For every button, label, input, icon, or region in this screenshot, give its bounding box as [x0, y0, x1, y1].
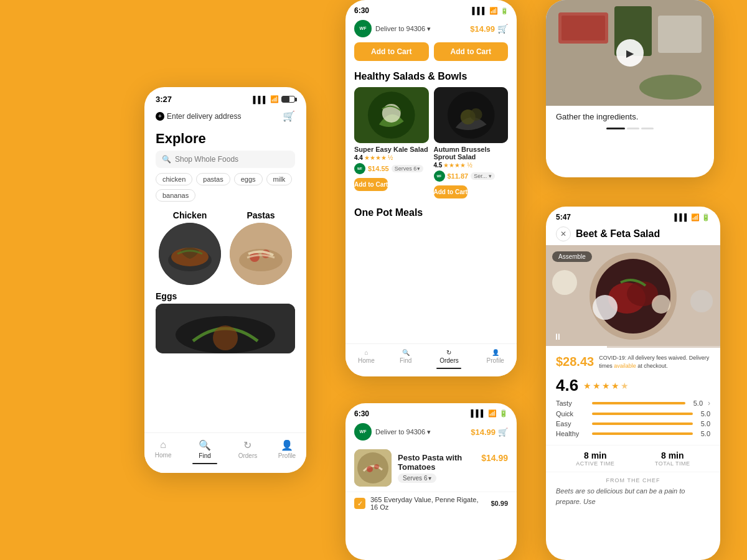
beet-price-row: $28.43 COVID-19: All delivery fees waive… [546, 348, 720, 373]
explore-tags: chicken pastas eggs milk bananas [144, 173, 306, 208]
active-indicator [192, 463, 217, 464]
tag-milk[interactable]: milk [266, 173, 293, 185]
cart-icon[interactable]: 🛒 [283, 110, 295, 122]
tag-eggs[interactable]: eggs [234, 173, 263, 185]
salads-time: 6:30 [354, 6, 369, 15]
tag-bananas[interactable]: bananas [156, 189, 195, 202]
search-icon: 🔍 [162, 155, 171, 164]
tag-chicken[interactable]: chicken [156, 173, 192, 185]
category-chicken[interactable]: Chicken [156, 210, 224, 285]
add-to-cart-button-2[interactable]: Add to Cart [434, 42, 509, 61]
svg-point-25 [367, 466, 373, 472]
active-time-value: 8 min [576, 450, 614, 460]
kale-serves: Serves 6 ▾ [392, 165, 424, 172]
search-input[interactable] [175, 155, 289, 164]
whole-foods-logo: WF [354, 20, 372, 37]
explore-title: Explore [144, 126, 306, 151]
wf-delivery-info[interactable]: WF Deliver to 94306 ▾ [354, 20, 431, 37]
healthy-row: Healthy 5.0 [556, 430, 710, 437]
salads-nav-find[interactable]: 🔍 Find [400, 349, 411, 369]
chicken-label: Chicken [156, 210, 224, 220]
healthy-label: Healthy [556, 430, 587, 437]
recipe-video: ▶ [546, 0, 714, 106]
add-to-cart-button-1[interactable]: Add to Cart [354, 42, 429, 61]
pasta-cart-price[interactable]: $14.99 🛒 [471, 427, 508, 437]
orders-icon: ↻ [243, 439, 251, 451]
brussels-stars: 4.5 ★★★★½ [434, 162, 509, 169]
tasty-value: 5.0 [690, 399, 703, 407]
salads-nav-home[interactable]: ⌂ Home [358, 349, 375, 369]
nav-find-label: Find [400, 357, 411, 364]
beet-status-icons: ▌▌▌ 📶 🔋 [675, 213, 710, 222]
explore-time: 3:27 [156, 95, 172, 104]
nav-profile[interactable]: 👤 Profile [278, 439, 296, 464]
recipe-description: Gather the ingredients. [546, 106, 714, 128]
svg-point-26 [374, 464, 379, 469]
pasta-wf-header: WF Deliver to 94306 ▾ $14.99 🛒 [345, 421, 517, 446]
salads-screen: 6:30 ▌▌▌📶 🔋 WF Deliver to 94306 ▾ $14.99… [345, 0, 517, 376]
pasta-delivery-info[interactable]: WF Deliver to 94306 ▾ [354, 423, 431, 441]
cart-price[interactable]: $14.99 🛒 [470, 24, 508, 34]
search-bar[interactable]: 🔍 [156, 151, 295, 168]
beet-time: 5:47 [556, 213, 571, 222]
delivery-address-row[interactable]: + Enter delivery address [156, 112, 241, 121]
salads-nav-profile[interactable]: 👤 Profile [487, 349, 504, 369]
scroll-indicator [546, 128, 714, 136]
salads-status-bar: 6:30 ▌▌▌📶 🔋 [345, 0, 517, 17]
chef-quote: Beets are so delicious but can be a pain… [556, 486, 710, 506]
svg-point-24 [357, 452, 388, 483]
tag-pastas[interactable]: pastas [196, 173, 230, 185]
profile-icon: 👤 [492, 349, 499, 356]
nav-orders-label: Orders [238, 452, 258, 459]
video-overlay: ▶ [546, 0, 714, 106]
beet-feta-salad-screen: 5:47 ▌▌▌ 📶 🔋 ✕ Beet & Feta Salad Assembl… [546, 207, 720, 560]
salads-nav-orders[interactable]: ↻ Orders [436, 349, 461, 369]
scroll-dot-1 [606, 128, 625, 129]
pasta-serves[interactable]: Serves 6 ▾ [398, 474, 436, 483]
cart-item-price: $0.99 [491, 500, 508, 507]
pause-icon[interactable]: ⏸ [553, 332, 562, 342]
ratings-breakdown: Tasty 5.0 › Quick 5.0 Easy 5.0 [556, 399, 710, 437]
pasta-item[interactable]: Pesto Pasta with Tomatoes $14.99 Serves … [345, 446, 517, 492]
healthy-value: 5.0 [698, 430, 710, 437]
pasta-image [354, 449, 392, 487]
wf-logo-brussels: WF [434, 170, 445, 182]
close-button[interactable]: ✕ [556, 226, 571, 241]
svg-point-16 [469, 108, 482, 121]
brussels-salad-card[interactable]: Autumn Brussels Sprout Salad 4.5 ★★★★½ W… [434, 87, 509, 198]
category-pastas[interactable]: Pastas [227, 210, 295, 285]
beet-price: $28.43 [556, 355, 594, 369]
nav-home[interactable]: ⌂ Home [155, 439, 172, 464]
nav-home-label: Home [155, 452, 172, 459]
nav-orders[interactable]: ↻ Orders [238, 439, 258, 464]
tasty-bar-bg [592, 402, 685, 404]
nav-orders-label: Orders [439, 357, 459, 364]
kale-add-button[interactable]: Add to Cart [354, 178, 388, 191]
from-chef-label: FROM THE CHEF [556, 477, 710, 483]
easy-bar-bg [592, 422, 693, 425]
brussels-salad-name: Autumn Brussels Sprout Salad [434, 146, 509, 161]
pasta-info: Pesto Pasta with Tomatoes $14.99 Serves … [398, 453, 508, 483]
from-chef-section: FROM THE CHEF Beets are so delicious but… [546, 472, 720, 511]
video-progress-fill [546, 346, 607, 348]
pasta-status-bar: 6:30 ▌▌▌📶🔋 [345, 403, 517, 421]
video-progress-bar[interactable] [546, 346, 720, 348]
total-time-value: 8 min [655, 450, 690, 460]
wf-logo-kale: WF [354, 163, 365, 174]
find-icon: 🔍 [402, 349, 410, 356]
svg-point-34 [552, 270, 577, 295]
expand-icon[interactable]: › [708, 399, 710, 408]
eggs-section[interactable]: Eggs [144, 287, 306, 353]
play-button[interactable]: ▶ [616, 39, 644, 67]
pasta-status-icons: ▌▌▌📶🔋 [471, 409, 508, 418]
active-time-label: ACTIVE TIME [576, 460, 614, 467]
easy-value: 5.0 [698, 420, 710, 427]
bottom-nav: ⌂ Home 🔍 Find ↻ Orders 👤 Profile [144, 432, 306, 473]
svg-point-35 [690, 290, 713, 312]
beet-rating-number: 4.6 [556, 376, 578, 395]
kale-salad-card[interactable]: Super Easy Kale Salad 4.4 ★★★★½ WF $14.5… [354, 87, 429, 198]
cart-checkbox[interactable]: ✓ [354, 498, 365, 509]
available-link[interactable]: available [614, 363, 636, 369]
nav-find[interactable]: 🔍 Find [192, 439, 217, 464]
brussels-add-button[interactable]: Add to Cart [434, 185, 467, 198]
